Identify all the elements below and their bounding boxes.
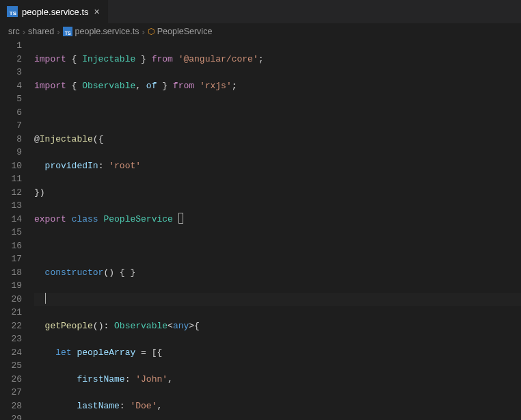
breadcrumb-label: people.service.ts bbox=[75, 27, 139, 36]
close-icon[interactable]: × bbox=[93, 6, 101, 17]
line-number: 20 bbox=[0, 293, 22, 306]
breadcrumb-item[interactable]: ⬡ PeopleService bbox=[148, 27, 213, 36]
line-number: 6 bbox=[0, 106, 22, 120]
line-number: 9 bbox=[0, 146, 22, 159]
line-number: 2 bbox=[0, 53, 22, 66]
line-number-gutter: 1234567891011121314151617181920212223242… bbox=[0, 39, 34, 420]
code-content[interactable]: import { Injectable } from '@angular/cor… bbox=[34, 39, 521, 420]
breadcrumb-item[interactable]: shared bbox=[28, 27, 54, 36]
line-number: 28 bbox=[0, 399, 22, 413]
class-symbol-icon: ⬡ bbox=[148, 27, 155, 36]
tab-people-service[interactable]: TS people.service.ts × bbox=[0, 0, 109, 23]
line-number: 18 bbox=[0, 266, 22, 280]
breadcrumb-item[interactable]: src bbox=[8, 27, 20, 36]
line-number: 23 bbox=[0, 332, 22, 346]
chevron-right-icon: › bbox=[23, 27, 25, 37]
chevron-right-icon: › bbox=[142, 27, 144, 37]
tab-bar: TS people.service.ts × bbox=[0, 0, 521, 24]
line-number: 21 bbox=[0, 306, 22, 319]
code-editor[interactable]: 1234567891011121314151617181920212223242… bbox=[0, 39, 521, 420]
breadcrumb: src › shared › TS people.service.ts › ⬡ … bbox=[0, 24, 521, 39]
line-number: 7 bbox=[0, 119, 22, 133]
line-number: 1 bbox=[0, 39, 22, 53]
line-number: 17 bbox=[0, 252, 22, 266]
breadcrumb-label: PeopleService bbox=[157, 27, 213, 36]
line-number: 4 bbox=[0, 79, 22, 93]
tab-label: people.service.ts bbox=[22, 7, 89, 17]
typescript-icon: TS bbox=[63, 27, 72, 36]
line-number: 14 bbox=[0, 213, 22, 226]
line-number: 10 bbox=[0, 159, 22, 173]
line-number: 11 bbox=[0, 172, 22, 186]
typescript-icon: TS bbox=[7, 6, 18, 17]
line-number: 25 bbox=[0, 359, 22, 373]
line-number: 22 bbox=[0, 319, 22, 333]
line-number: 19 bbox=[0, 279, 22, 293]
line-number: 8 bbox=[0, 133, 22, 146]
brace-highlight bbox=[178, 213, 183, 224]
line-number: 12 bbox=[0, 186, 22, 200]
line-number: 5 bbox=[0, 92, 22, 106]
line-number: 13 bbox=[0, 199, 22, 213]
line-number: 24 bbox=[0, 346, 22, 360]
line-number: 3 bbox=[0, 66, 22, 79]
line-number: 15 bbox=[0, 226, 22, 239]
line-number: 16 bbox=[0, 239, 22, 253]
breadcrumb-item[interactable]: TS people.service.ts bbox=[63, 27, 139, 36]
line-number: 26 bbox=[0, 373, 22, 386]
line-number: 27 bbox=[0, 386, 22, 399]
line-number: 29 bbox=[0, 412, 22, 420]
text-cursor bbox=[45, 293, 46, 304]
chevron-right-icon: › bbox=[57, 27, 59, 37]
